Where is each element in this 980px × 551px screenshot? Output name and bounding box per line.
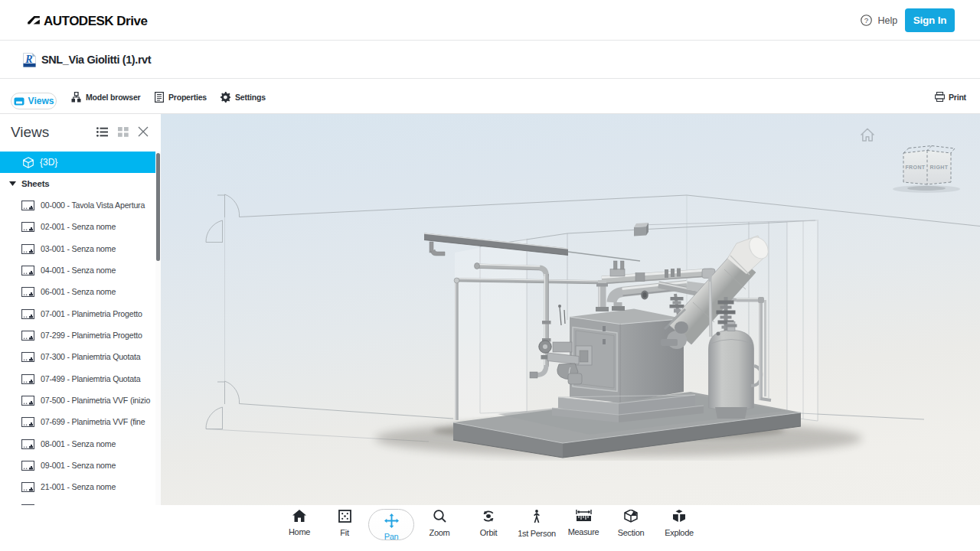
svg-text:R: R: [24, 54, 32, 65]
svg-text:RIGHT: RIGHT: [930, 165, 949, 170]
svg-text:FRONT: FRONT: [905, 165, 925, 170]
svg-text:?: ?: [864, 16, 869, 24]
